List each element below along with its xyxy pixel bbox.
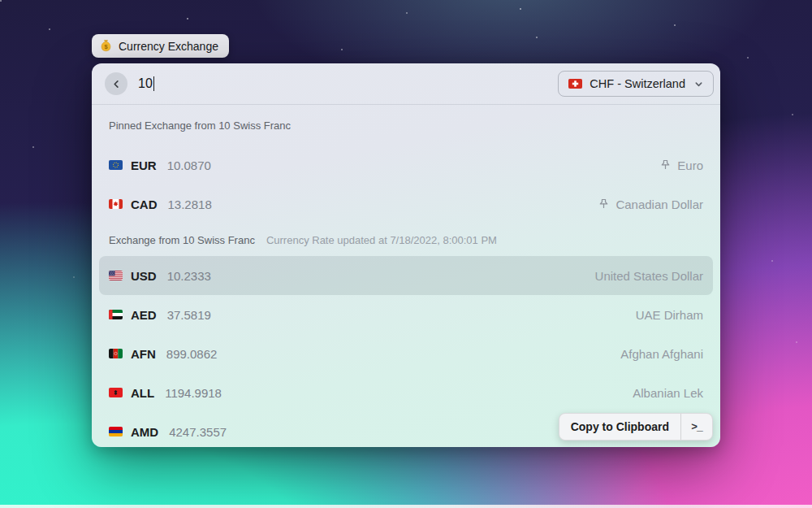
search-input[interactable]: 10 <box>138 76 558 91</box>
currency-name: Euro <box>677 158 703 172</box>
back-button[interactable] <box>105 72 127 95</box>
row-accessory: Euro <box>659 158 703 172</box>
text-caret <box>153 76 155 91</box>
money-bag-icon: $ <box>99 39 113 53</box>
currency-exchange-window: 10 CHF - Switzerland Pinned Exchange fro… <box>92 63 720 447</box>
section-title: Exchange from 10 Swiss Franc <box>109 234 255 246</box>
currency-name: Canadian Dollar <box>615 198 703 211</box>
dropdown-label: CHF - Switzerland <box>590 77 685 90</box>
currency-code: USD <box>131 269 157 283</box>
pin-icon <box>659 159 672 172</box>
copy-to-clipboard-button[interactable]: Copy to Clipboard <box>559 414 680 440</box>
row-accessory: United States Dollar <box>595 269 703 283</box>
currency-name: United States Dollar <box>595 269 703 283</box>
row-accessory: Canadian Dollar <box>598 198 703 211</box>
flag-am-icon <box>109 427 123 436</box>
row-accessory: Albanian Lek <box>633 386 703 400</box>
currency-code: AMD <box>131 425 158 439</box>
exchange-value: 10.2333 <box>167 269 211 283</box>
currency-name: UAE Dirham <box>636 308 703 322</box>
currency-code: AFN <box>131 347 156 361</box>
app-title-chip: $ Currency Exchange <box>92 34 229 58</box>
exchange-row[interactable]: ALL1194.9918Albanian Lek <box>99 373 713 412</box>
flag-ae-icon <box>109 310 123 319</box>
stars-decoration <box>0 0 2 2</box>
exchange-row[interactable]: AED37.5819UAE Dirham <box>99 295 713 334</box>
terminal-prompt-icon: >_ <box>691 421 702 433</box>
row-accessory: UAE Dirham <box>636 308 703 322</box>
pin-icon <box>598 198 610 211</box>
exchange-row[interactable]: USD10.2333United States Dollar <box>99 256 713 295</box>
section-header: Exchange from 10 Swiss FrancCurrency Rat… <box>99 224 713 256</box>
exchange-value: 4247.3557 <box>169 425 227 439</box>
chevron-down-icon <box>694 80 703 89</box>
exchange-value: 899.0862 <box>166 347 218 361</box>
flag-us-icon <box>109 271 123 280</box>
row-accessory: Afghan Afghani <box>620 347 703 361</box>
exchange-row[interactable]: EUR10.0870Euro <box>99 145 713 185</box>
section-meta: Currency Rate updated at 7/18/2022, 8:00… <box>266 234 497 246</box>
app-title: Currency Exchange <box>119 40 218 53</box>
exchange-value: 1194.9918 <box>165 386 222 400</box>
actions-menu-button[interactable]: >_ <box>681 414 712 440</box>
flag-ch-icon <box>568 79 582 89</box>
search-bar: 10 CHF - Switzerland <box>92 63 720 105</box>
action-bar: Copy to Clipboard >_ <box>559 413 713 441</box>
results-list: Pinned Exchange from 10 Swiss FrancEUR10… <box>92 105 720 447</box>
flag-ca-icon <box>109 199 123 209</box>
exchange-value: 37.5819 <box>167 308 211 322</box>
currency-code: CAD <box>131 198 158 211</box>
chevron-left-icon <box>112 80 121 89</box>
bottom-edge-strip <box>0 505 812 508</box>
section-header: Pinned Exchange from 10 Swiss Franc <box>99 105 713 145</box>
flag-eu-icon <box>109 160 123 170</box>
exchange-row[interactable]: AFN899.0862Afghan Afghani <box>99 334 713 373</box>
exchange-row[interactable]: CAD13.2818Canadian Dollar <box>99 185 713 224</box>
currency-dropdown[interactable]: CHF - Switzerland <box>558 71 714 97</box>
currency-name: Albanian Lek <box>633 386 703 400</box>
currency-code: EUR <box>131 158 157 172</box>
exchange-value: 10.0870 <box>167 158 211 172</box>
section-title: Pinned Exchange from 10 Swiss Franc <box>109 119 291 132</box>
search-input-value: 10 <box>138 76 153 91</box>
flag-af-icon <box>109 349 123 358</box>
currency-name: Afghan Afghani <box>620 347 703 361</box>
currency-code: AED <box>131 308 157 322</box>
exchange-value: 13.2818 <box>168 198 212 211</box>
flag-al-icon <box>109 388 123 397</box>
currency-code: ALL <box>131 386 154 400</box>
